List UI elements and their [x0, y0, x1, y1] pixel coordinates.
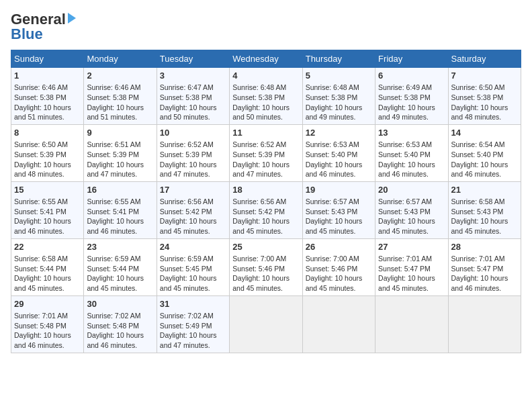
calendar-cell: 22Sunrise: 6:58 AMSunset: 5:44 PMDayligh… [11, 238, 84, 295]
logo-blue: Blue [11, 26, 43, 43]
cell-line: Sunrise: 6:52 AM [232, 140, 299, 150]
calendar-cell: 28Sunrise: 7:01 AMSunset: 5:47 PMDayligh… [448, 238, 521, 295]
calendar-cell: 5Sunrise: 6:48 AMSunset: 5:38 PMDaylight… [302, 68, 375, 125]
logo-triangle [66, 11, 76, 28]
cell-line: Daylight: 10 hours [378, 216, 445, 226]
cell-line: and 51 minutes. [87, 112, 153, 122]
cell-line: Daylight: 10 hours [306, 216, 372, 226]
calendar-cell: 11Sunrise: 6:52 AMSunset: 5:39 PMDayligh… [230, 124, 302, 181]
cell-line: Sunset: 5:39 PM [160, 150, 226, 160]
cell-line: Sunset: 5:45 PM [160, 264, 226, 274]
cell-line: Sunrise: 6:48 AM [306, 83, 372, 93]
cell-line: Daylight: 10 hours [14, 160, 81, 170]
cell-line: Sunset: 5:38 PM [232, 93, 299, 103]
day-number: 19 [306, 184, 372, 196]
cell-line: Sunrise: 7:01 AM [14, 311, 81, 321]
weekday-header: Friday [375, 50, 448, 68]
cell-line: Sunset: 5:38 PM [160, 93, 226, 103]
cell-line: Sunrise: 6:58 AM [451, 197, 518, 207]
day-number: 16 [87, 184, 153, 196]
cell-line: and 46 minutes. [378, 169, 445, 179]
weekday-header: Tuesday [157, 50, 229, 68]
weekday-header: Wednesday [230, 50, 302, 68]
day-number: 24 [160, 241, 226, 253]
cell-line: Sunrise: 6:57 AM [378, 197, 445, 207]
cell-line: Sunset: 5:38 PM [451, 93, 518, 103]
calendar-cell: 6Sunrise: 6:49 AMSunset: 5:38 PMDaylight… [375, 68, 448, 125]
calendar-cell: 31Sunrise: 7:02 AMSunset: 5:49 PMDayligh… [157, 295, 229, 353]
cell-line: Sunset: 5:48 PM [87, 321, 153, 331]
cell-line: Sunset: 5:38 PM [14, 93, 81, 103]
weekday-header: Thursday [302, 50, 375, 68]
day-number: 26 [306, 241, 372, 253]
cell-line: Sunrise: 6:59 AM [87, 254, 153, 264]
day-number: 9 [87, 127, 153, 139]
day-number: 31 [160, 298, 226, 310]
cell-line: and 45 minutes. [160, 226, 226, 236]
cell-line: Sunset: 5:40 PM [451, 150, 518, 160]
day-number: 25 [232, 241, 299, 253]
day-number: 10 [160, 127, 226, 139]
cell-line: and 45 minutes. [160, 283, 226, 293]
cell-line: Sunset: 5:40 PM [378, 150, 445, 160]
cell-line: Sunset: 5:42 PM [160, 207, 226, 217]
cell-line: Daylight: 10 hours [451, 103, 518, 113]
calendar-cell [302, 295, 375, 353]
calendar-cell: 8Sunrise: 6:50 AMSunset: 5:39 PMDaylight… [11, 124, 84, 181]
day-number: 7 [451, 70, 518, 82]
weekday-header: Monday [84, 50, 157, 68]
day-number: 13 [378, 127, 445, 139]
cell-line: Sunrise: 6:59 AM [160, 254, 226, 264]
cell-line: Sunset: 5:46 PM [306, 264, 372, 274]
cell-line: and 48 minutes. [14, 169, 81, 179]
cell-line: Daylight: 10 hours [232, 216, 299, 226]
cell-line: and 46 minutes. [306, 169, 372, 179]
calendar-cell: 13Sunrise: 6:53 AMSunset: 5:40 PMDayligh… [375, 124, 448, 181]
header: General Blue [11, 11, 521, 43]
cell-line: and 50 minutes. [232, 112, 299, 122]
calendar-cell: 3Sunrise: 6:47 AMSunset: 5:38 PMDaylight… [157, 68, 229, 125]
cell-line: and 45 minutes. [232, 283, 299, 293]
cell-line: Daylight: 10 hours [14, 216, 81, 226]
calendar-cell: 24Sunrise: 6:59 AMSunset: 5:45 PMDayligh… [157, 238, 229, 295]
cell-line: and 51 minutes. [14, 112, 81, 122]
cell-line: Daylight: 10 hours [87, 273, 153, 283]
day-number: 1 [14, 70, 81, 82]
calendar-cell: 7Sunrise: 6:50 AMSunset: 5:38 PMDaylight… [448, 68, 521, 125]
cell-line: Sunset: 5:41 PM [87, 207, 153, 217]
cell-line: Sunrise: 6:50 AM [14, 140, 81, 150]
cell-line: Sunrise: 6:51 AM [87, 140, 153, 150]
cell-line: Sunset: 5:47 PM [378, 264, 445, 274]
svg-marker-0 [68, 13, 76, 24]
cell-line: Sunset: 5:38 PM [378, 93, 445, 103]
cell-line: Sunset: 5:38 PM [306, 93, 372, 103]
cell-line: Sunrise: 6:49 AM [378, 83, 445, 93]
cell-line: Sunset: 5:39 PM [87, 150, 153, 160]
calendar-cell: 19Sunrise: 6:57 AMSunset: 5:43 PMDayligh… [302, 181, 375, 238]
calendar-cell: 27Sunrise: 7:01 AMSunset: 5:47 PMDayligh… [375, 238, 448, 295]
cell-line: and 47 minutes. [160, 169, 226, 179]
cell-line: Daylight: 10 hours [160, 330, 226, 340]
calendar-cell: 23Sunrise: 6:59 AMSunset: 5:44 PMDayligh… [84, 238, 157, 295]
cell-line: Daylight: 10 hours [87, 160, 153, 170]
calendar-cell: 4Sunrise: 6:48 AMSunset: 5:38 PMDaylight… [230, 68, 302, 125]
cell-line: Daylight: 10 hours [160, 273, 226, 283]
calendar-cell: 17Sunrise: 6:56 AMSunset: 5:42 PMDayligh… [157, 181, 229, 238]
day-number: 30 [87, 298, 153, 310]
cell-line: Daylight: 10 hours [87, 330, 153, 340]
calendar-cell [230, 295, 302, 353]
day-number: 28 [451, 241, 518, 253]
cell-line: Sunset: 5:40 PM [306, 150, 372, 160]
cell-line: Daylight: 10 hours [306, 160, 372, 170]
calendar-cell: 20Sunrise: 6:57 AMSunset: 5:43 PMDayligh… [375, 181, 448, 238]
cell-line: Sunrise: 6:56 AM [232, 197, 299, 207]
calendar-cell: 26Sunrise: 7:00 AMSunset: 5:46 PMDayligh… [302, 238, 375, 295]
cell-line: Sunrise: 7:02 AM [160, 311, 226, 321]
calendar-cell: 14Sunrise: 6:54 AMSunset: 5:40 PMDayligh… [448, 124, 521, 181]
cell-line: and 46 minutes. [451, 169, 518, 179]
cell-line: Sunrise: 6:52 AM [160, 140, 226, 150]
calendar-container: General Blue SundayMondayTuesdayWednesda… [0, 0, 532, 411]
calendar-cell: 30Sunrise: 7:02 AMSunset: 5:48 PMDayligh… [84, 295, 157, 353]
cell-line: Daylight: 10 hours [378, 273, 445, 283]
cell-line: Sunrise: 7:00 AM [232, 254, 299, 264]
